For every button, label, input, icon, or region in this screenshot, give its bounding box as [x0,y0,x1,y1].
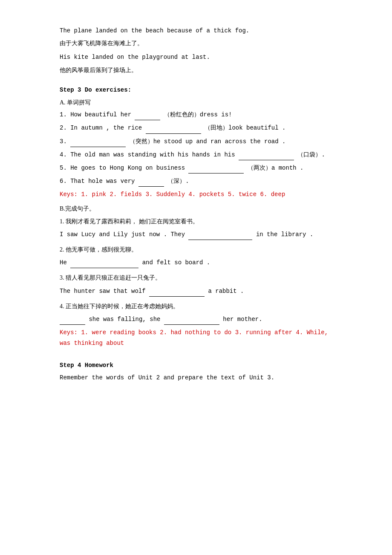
exercise-3: 3. （突然）he stood up and ran across the ro… [60,136,332,147]
blank-b3 [149,291,205,297]
b4-chinese: 4. 正当她往下掉的时候，她正在考虑她妈妈。 [60,301,332,312]
blank-b4-1 [60,319,85,325]
homework-text: Remember the words of Unit 2 and prepare… [60,373,332,383]
blank-b2 [70,262,138,268]
keys-a: Keys: 1. pink 2. fields 3. Suddenly 4. p… [60,189,332,200]
b1-chinese: 1. 我刚才看见了露西和莉莉， 她们正在阅览室看书。 [60,216,332,227]
line1-chinese: 由于大雾飞机降落在海滩上了。 [60,38,332,49]
b3-chinese: 3. 猎人看见那只狼正在追赶一只兔子。 [60,272,332,283]
blank-b1 [188,234,252,240]
blank-5 [188,168,244,173]
line2-english: His kite landed on the playground at las… [60,52,332,63]
line1-english: The plane landed on the beach because of… [60,26,332,36]
b1-english: I saw Lucy and Lily just now . They in t… [60,229,332,240]
exercise-4: 4. The old man was standing with his han… [60,150,332,160]
exercise-5: 5. He goes to Hong Kong on business （两次）… [60,163,332,173]
line2-chinese: 他的风筝最后落到了操场上。 [60,65,332,75]
document-body: The plane landed on the beach because of… [60,26,332,383]
b4-english: she was falling, she her mother. [60,314,332,325]
b2-english: He and felt so board . [60,257,332,268]
blank-3 [70,141,126,147]
step4-heading: Step 4 Homework [60,360,332,371]
exercise-6: 6. That hole was very （深）. [60,176,332,187]
b2-chinese: 2. 他无事可做，感到很无聊。 [60,244,332,255]
blank-b4-2 [164,319,219,325]
blank-4 [239,154,294,160]
keys-b: Keys: 1. were reading books 2. had nothi… [60,327,332,349]
blank-6 [138,181,164,187]
exercise-1: 1. How beautiful her （粉红色的）dress is! [60,110,332,120]
step3-heading: Step 3 Do exercises: [60,85,332,95]
exercise-2: 2. In autumn , the rice （田地）look beautif… [60,123,332,133]
blank-1 [135,114,160,120]
b3-english: The hunter saw that wolf a rabbit . [60,286,332,297]
section-a-label: A. 单词拼写 [60,97,332,108]
blank-2 [146,128,201,134]
section-b-label: B.完成句子。 [60,203,332,214]
